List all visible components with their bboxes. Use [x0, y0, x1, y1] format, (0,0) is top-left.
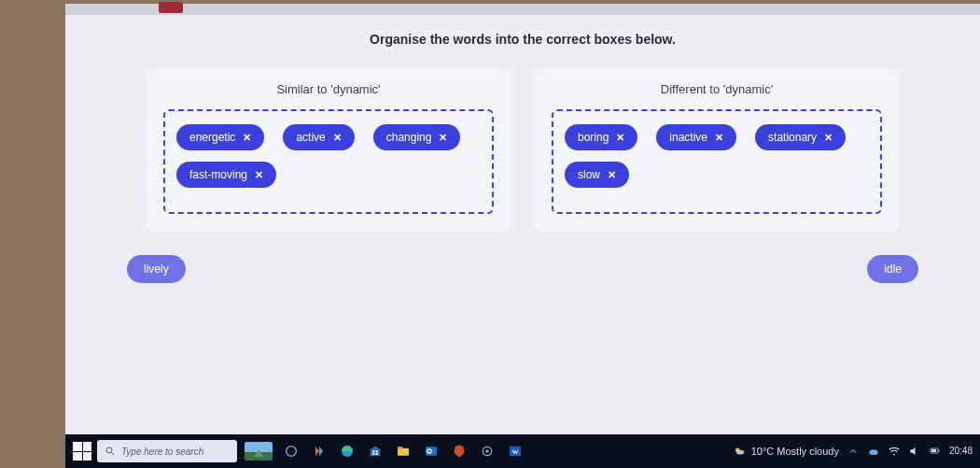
- taskbar-search[interactable]: Type here to search: [97, 440, 237, 462]
- battery-icon[interactable]: [929, 445, 942, 458]
- svg-rect-25: [931, 449, 936, 452]
- word-pill-boring[interactable]: boring ✕: [565, 124, 637, 150]
- chevron-up-icon[interactable]: [847, 445, 860, 458]
- weather-widget[interactable]: 10°C Mostly cloudy: [733, 445, 839, 458]
- svg-point-2: [287, 447, 297, 457]
- svg-rect-24: [938, 450, 939, 452]
- taskbar-clock[interactable]: 20:48: [949, 447, 973, 456]
- wifi-icon[interactable]: [888, 445, 901, 458]
- close-icon[interactable]: ✕: [824, 132, 833, 144]
- microsoft-store-icon[interactable]: [364, 440, 386, 462]
- search-icon: [105, 446, 116, 457]
- edge-browser-icon[interactable]: [336, 440, 358, 462]
- word-label: idle: [884, 262, 902, 276]
- word-pill-changing[interactable]: changing ✕: [373, 124, 461, 150]
- svg-rect-8: [372, 453, 374, 455]
- word-icon[interactable]: W: [504, 440, 526, 462]
- word-pill-stationary[interactable]: stationary ✕: [755, 124, 846, 150]
- close-icon[interactable]: ✕: [439, 132, 447, 144]
- close-icon[interactable]: ✕: [243, 132, 251, 144]
- task-view-icon[interactable]: [243, 440, 274, 462]
- search-placeholder: Type here to search: [121, 447, 203, 457]
- svg-point-14: [428, 450, 431, 453]
- svg-rect-4: [371, 448, 381, 456]
- word-label: inactive: [669, 131, 707, 144]
- word-label: lively: [144, 262, 169, 276]
- settings-icon[interactable]: [476, 440, 498, 462]
- word-label: active: [296, 131, 325, 144]
- weather-text: 10°C Mostly cloudy: [751, 446, 839, 457]
- brave-browser-icon[interactable]: [448, 440, 470, 462]
- browser-tab-badge[interactable]: [159, 2, 183, 13]
- word-pill-lively[interactable]: lively: [127, 255, 186, 283]
- outlook-icon[interactable]: [420, 440, 442, 462]
- close-icon[interactable]: ✕: [616, 132, 624, 144]
- svg-point-16: [485, 449, 488, 452]
- volume-icon[interactable]: [908, 445, 921, 458]
- svg-point-20: [736, 450, 744, 455]
- different-group-card: Different to 'dynamic' boring ✕ inactive…: [535, 69, 899, 233]
- close-icon[interactable]: ✕: [333, 132, 342, 144]
- svg-line-1: [112, 453, 115, 456]
- different-dropzone[interactable]: boring ✕ inactive ✕ stationary ✕ slow ✕: [552, 109, 882, 214]
- clock-time: 20:48: [949, 447, 973, 456]
- close-icon[interactable]: ✕: [255, 169, 263, 181]
- close-icon[interactable]: ✕: [715, 132, 723, 144]
- browser-tab-strip: [65, 4, 980, 15]
- word-pill-fast-moving[interactable]: fast-moving ✕: [176, 162, 276, 188]
- svg-point-21: [869, 449, 877, 455]
- word-label: fast-moving: [189, 168, 247, 181]
- word-pill-slow[interactable]: slow ✕: [565, 162, 629, 188]
- exercise-instruction: Organise the words into the correct boxe…: [93, 32, 952, 47]
- vocabulary-exercise-area: Organise the words into the correct boxe…: [65, 15, 980, 434]
- different-group-title: Different to 'dynamic': [552, 82, 882, 96]
- svg-rect-6: [372, 450, 374, 452]
- windows-taskbar: Type here to search W: [65, 434, 980, 468]
- svg-point-0: [106, 447, 112, 453]
- drop-groups: Similar to 'dynamic' energetic ✕ active …: [93, 69, 952, 233]
- word-pill-active[interactable]: active ✕: [283, 124, 354, 150]
- similar-dropzone[interactable]: energetic ✕ active ✕ changing ✕ fast-mov…: [163, 109, 494, 214]
- desktop-screen: Organise the words into the correct boxe…: [65, 4, 980, 468]
- cortana-icon[interactable]: [280, 440, 302, 462]
- word-label: changing: [386, 131, 432, 144]
- svg-rect-11: [398, 447, 402, 449]
- word-pill-idle[interactable]: idle: [867, 255, 918, 283]
- word-label: energetic: [189, 131, 235, 144]
- word-pill-inactive[interactable]: inactive ✕: [656, 124, 736, 150]
- svg-text:W: W: [512, 448, 519, 455]
- svg-rect-7: [376, 450, 378, 452]
- similar-group-card: Similar to 'dynamic' energetic ✕ active …: [147, 69, 511, 233]
- word-label: boring: [578, 131, 609, 144]
- word-pill-energetic[interactable]: energetic ✕: [176, 124, 264, 150]
- weather-icon: [733, 445, 746, 458]
- similar-group-title: Similar to 'dynamic': [163, 82, 494, 96]
- file-explorer-icon[interactable]: [392, 440, 414, 462]
- svg-rect-5: [372, 447, 377, 449]
- word-label: slow: [578, 168, 600, 181]
- system-tray: 10°C Mostly cloudy 20:48: [733, 445, 973, 458]
- scenic-thumbnail-icon: [245, 442, 273, 461]
- close-icon[interactable]: ✕: [608, 169, 616, 181]
- remaining-words-row: lively idle: [93, 233, 952, 283]
- svg-point-22: [893, 454, 895, 456]
- svg-rect-9: [376, 453, 378, 455]
- start-button[interactable]: [73, 442, 91, 461]
- copilot-icon[interactable]: [308, 440, 330, 462]
- onedrive-icon[interactable]: [867, 445, 880, 458]
- word-label: stationary: [768, 131, 817, 144]
